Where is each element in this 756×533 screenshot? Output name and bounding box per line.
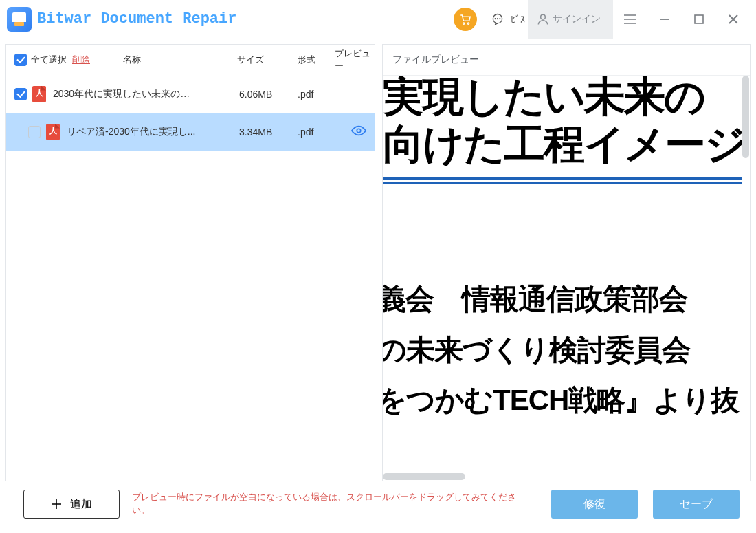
save-button[interactable]: セーブ	[653, 490, 740, 519]
svg-point-5	[500, 18, 500, 19]
file-list-panel: 全て選択 削除 名称 サイズ 形式 プレビュー 2030年代に実現したい未来の姿…	[5, 44, 375, 481]
svg-point-8	[357, 129, 361, 133]
file-row[interactable]: 2030年代に実現したい未来の姿...6.06MB.pdf	[6, 75, 375, 113]
cart-icon	[459, 13, 471, 25]
row-size: 6.06MB	[239, 89, 272, 100]
repair-button[interactable]: 修復	[551, 490, 638, 519]
eye-icon	[351, 125, 366, 136]
add-label: 追加	[70, 497, 92, 512]
preview-line-1: 義会 情報通信政策部会	[383, 274, 750, 325]
row-format: .pdf	[298, 127, 313, 138]
svg-point-3	[495, 18, 496, 19]
row-size: 3.34MB	[239, 127, 272, 138]
chat-icon	[491, 12, 504, 26]
svg-point-4	[498, 18, 498, 19]
app-logo-icon	[7, 7, 32, 32]
preview-document: 実現したい未来の 向けた工程イメージ 義会 情報通信政策部会 の未来づくり検討委…	[383, 76, 750, 426]
signin-label: サインイン	[553, 13, 601, 25]
file-list-header: 全て選択 削除 名称 サイズ 形式 プレビュー	[6, 45, 375, 75]
hamburger-icon	[623, 14, 637, 25]
preview-line-2: の未来づくり検討委員会	[383, 325, 750, 376]
plus-icon	[51, 499, 62, 510]
close-icon	[728, 14, 739, 25]
row-checkbox[interactable]	[28, 126, 41, 138]
app-title: Bitwar Document Repair	[37, 10, 236, 28]
titlebar: Bitwar Document Repair ｰﾋﾞｽ サインイン	[0, 0, 756, 39]
pdf-icon	[32, 86, 46, 102]
col-name: 名称	[123, 54, 141, 66]
preview-rule	[383, 177, 750, 184]
row-filename: リペア済-2030年代に実現し...	[67, 126, 197, 138]
col-preview: プレビュー	[335, 47, 375, 72]
preview-header: ファイルプレビュー	[383, 45, 750, 75]
add-button[interactable]: 追加	[23, 490, 120, 519]
user-icon	[536, 12, 550, 26]
col-format: 形式	[298, 54, 315, 66]
preview-title-1: 実現したい未来の	[383, 75, 750, 120]
preview-title-2: 向けた工程イメージ	[383, 120, 750, 168]
cart-button[interactable]	[454, 8, 477, 31]
svg-point-0	[463, 22, 465, 23]
service-label: ｰﾋﾞｽ	[506, 14, 525, 25]
minimize-button[interactable]	[647, 0, 682, 39]
row-checkbox[interactable]	[14, 88, 27, 100]
row-filename: 2030年代に実現したい未来の姿...	[53, 88, 197, 100]
preview-eye-button[interactable]	[351, 125, 366, 138]
menu-button[interactable]	[613, 0, 647, 39]
select-all-label: 全て選択	[31, 54, 67, 66]
maximize-icon	[694, 14, 704, 24]
svg-point-6	[541, 14, 546, 19]
file-row[interactable]: リペア済-2030年代に実現し...3.34MB.pdf	[6, 113, 375, 151]
row-format: .pdf	[298, 89, 313, 100]
minimize-icon	[659, 14, 670, 25]
col-size: サイズ	[237, 54, 264, 66]
service-button[interactable]: ｰﾋﾞｽ	[491, 12, 525, 26]
footer: 追加 プレビュー時にファイルが空白になっている場合は、スクロールバーをドラッグし…	[0, 481, 756, 527]
delete-link[interactable]: 削除	[72, 54, 90, 66]
signin-button[interactable]: サインイン	[528, 0, 613, 39]
preview-panel: ファイルプレビュー 実現したい未来の 向けた工程イメージ 義会 情報通信政策部会…	[382, 44, 751, 481]
preview-scrollbar-vertical[interactable]	[742, 76, 750, 472]
preview-line-3: をつかむTECH戦略』より抜	[383, 375, 750, 426]
svg-rect-7	[695, 15, 703, 23]
maximize-button[interactable]	[682, 0, 716, 39]
select-all-checkbox[interactable]	[14, 54, 27, 66]
preview-scrollbar-horizontal[interactable]	[383, 472, 742, 481]
close-button[interactable]	[716, 0, 751, 39]
svg-point-1	[467, 22, 469, 23]
pdf-icon	[46, 124, 60, 140]
footer-hint: プレビュー時にファイルが空白になっている場合は、スクロールバーをドラッグしてみて…	[132, 491, 527, 517]
file-rows: 2030年代に実現したい未来の姿...6.06MB.pdfリペア済-2030年代…	[6, 75, 375, 481]
preview-body[interactable]: 実現したい未来の 向けた工程イメージ 義会 情報通信政策部会 の未来づくり検討委…	[383, 75, 750, 481]
